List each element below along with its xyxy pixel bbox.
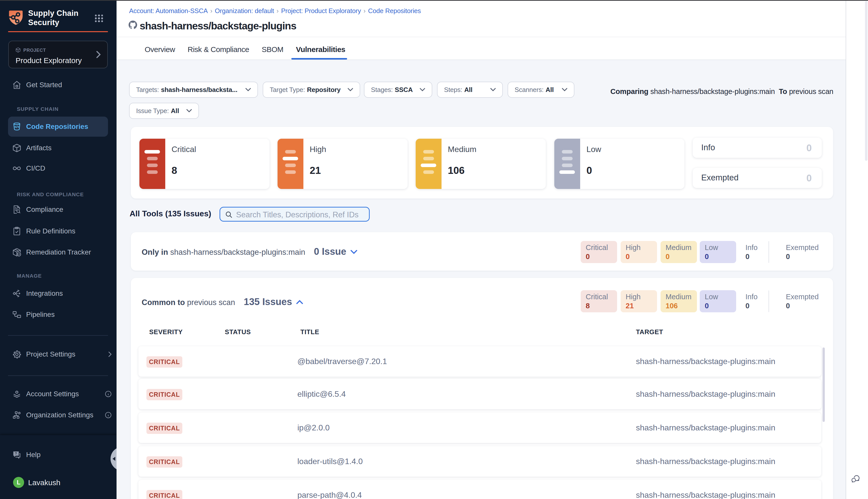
svg-text:?: ? [15,452,17,455]
